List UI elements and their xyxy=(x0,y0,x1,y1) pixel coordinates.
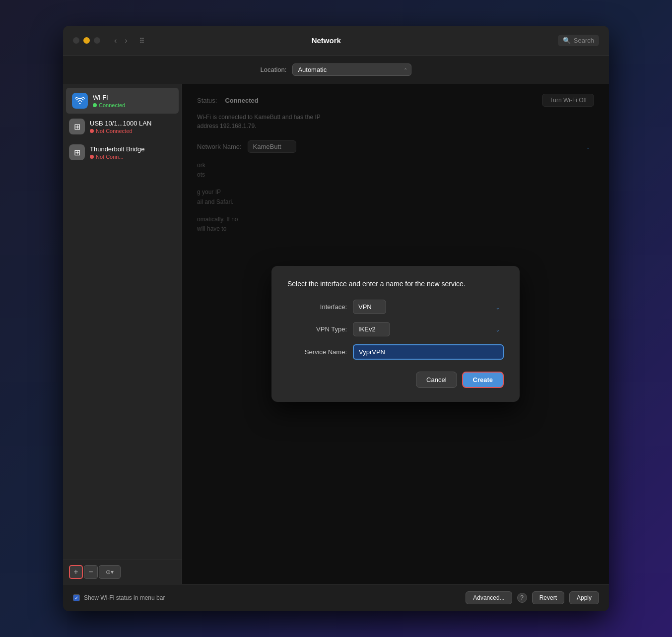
lan-status-dot xyxy=(90,129,94,133)
main-content: Location: Automatic ⌃ xyxy=(63,56,609,611)
show-wifi-label: Show Wi-Fi status in menu bar xyxy=(84,594,165,601)
wifi-status-text: Connected xyxy=(99,102,125,108)
lan-status-text: Not Connected xyxy=(96,128,132,134)
sidebar-bottom: + − ⊙▾ xyxy=(63,560,182,584)
wifi-item-text: Wi-Fi Connected xyxy=(93,94,125,108)
advanced-button[interactable]: Advanced... xyxy=(466,591,512,604)
service-name-input[interactable] xyxy=(353,344,504,360)
bridge-status-text: Not Conn... xyxy=(96,154,124,160)
search-placeholder: Search xyxy=(574,37,594,44)
titlebar: ‹ › ⠿ Network 🔍 Search xyxy=(63,26,609,56)
maximize-button[interactable] xyxy=(94,37,100,44)
location-bar: Location: Automatic ⌃ xyxy=(63,56,609,84)
service-name-field: Service Name: xyxy=(287,344,504,360)
wifi-item-status: Connected xyxy=(93,102,125,108)
wifi-icon-bg xyxy=(72,93,88,109)
window-title: Network xyxy=(103,36,550,45)
interface-field: Interface: VPN xyxy=(287,300,504,314)
location-select[interactable]: Automatic xyxy=(292,64,411,76)
bridge-icon: ⊞ xyxy=(74,148,80,157)
right-panel: Status: Connected Turn Wi-Fi Off Wi-Fi i… xyxy=(182,84,609,584)
vpn-type-select[interactable]: IKEv2 xyxy=(353,322,390,336)
minimize-button[interactable] xyxy=(83,37,90,44)
sidebar: Wi-Fi Connected ⊞ USB 1 xyxy=(63,84,182,584)
bridge-icon-bg: ⊞ xyxy=(69,144,85,160)
lan-item-text: USB 10/1...1000 LAN Not Connected xyxy=(90,120,151,134)
sidebar-items-list: Wi-Fi Connected ⊞ USB 1 xyxy=(63,84,182,560)
bridge-item-name: Thunderbolt Bridge xyxy=(90,145,145,153)
lan-icon: ⊞ xyxy=(74,122,80,131)
show-wifi-checkbox[interactable]: ✓ xyxy=(73,594,80,601)
bridge-item-status: Not Conn... xyxy=(90,154,145,160)
location-select-wrapper: Automatic ⌃ xyxy=(292,64,411,76)
wifi-icon xyxy=(75,97,85,105)
interface-select-container: VPN xyxy=(353,300,504,314)
sidebar-item-thunderbolt[interactable]: ⊞ Thunderbolt Bridge Not Conn... xyxy=(63,139,182,165)
modal-overlay: Select the interface and enter a name fo… xyxy=(182,84,609,584)
close-button[interactable] xyxy=(73,37,79,44)
vpn-type-select-container: IKEv2 xyxy=(353,322,504,336)
bottom-bar: ✓ Show Wi-Fi status in menu bar Advanced… xyxy=(63,584,609,611)
search-area[interactable]: 🔍 Search xyxy=(558,35,599,46)
sidebar-item-usb-lan[interactable]: ⊞ USB 10/1...1000 LAN Not Connected xyxy=(63,114,182,139)
vpn-type-label: VPN Type: xyxy=(287,325,347,333)
content-row: Wi-Fi Connected ⊞ USB 1 xyxy=(63,84,609,584)
interface-select[interactable]: VPN xyxy=(353,300,386,314)
revert-button[interactable]: Revert xyxy=(532,591,564,604)
traffic-lights xyxy=(73,37,100,44)
checkbox-row: ✓ Show Wi-Fi status in menu bar xyxy=(73,594,461,601)
wifi-item-name: Wi-Fi xyxy=(93,94,125,101)
apply-button[interactable]: Apply xyxy=(569,591,599,604)
location-label: Location: xyxy=(261,66,287,73)
service-name-label: Service Name: xyxy=(287,348,347,356)
lan-item-name: USB 10/1...1000 LAN xyxy=(90,120,151,127)
search-icon: 🔍 xyxy=(563,37,571,44)
cancel-button[interactable]: Cancel xyxy=(416,372,457,388)
network-window: ‹ › ⠿ Network 🔍 Search Location: Automat… xyxy=(63,26,609,611)
new-service-modal: Select the interface and enter a name fo… xyxy=(271,266,520,402)
interface-label: Interface: xyxy=(287,303,347,311)
vpn-type-field: VPN Type: IKEv2 xyxy=(287,322,504,336)
modal-title: Select the interface and enter a name fo… xyxy=(287,280,504,288)
remove-service-button[interactable]: − xyxy=(84,565,98,579)
action-menu-button[interactable]: ⊙▾ xyxy=(99,565,121,579)
help-button[interactable]: ? xyxy=(517,593,527,603)
create-button[interactable]: Create xyxy=(462,372,504,388)
lan-item-status: Not Connected xyxy=(90,128,151,134)
wifi-status-dot xyxy=(93,103,97,107)
bridge-status-dot xyxy=(90,155,94,159)
lan-icon-bg: ⊞ xyxy=(69,119,85,134)
modal-buttons: Cancel Create xyxy=(287,372,504,388)
bridge-item-text: Thunderbolt Bridge Not Conn... xyxy=(90,145,145,160)
sidebar-item-wifi[interactable]: Wi-Fi Connected xyxy=(66,88,179,114)
add-service-button[interactable]: + xyxy=(69,565,83,579)
